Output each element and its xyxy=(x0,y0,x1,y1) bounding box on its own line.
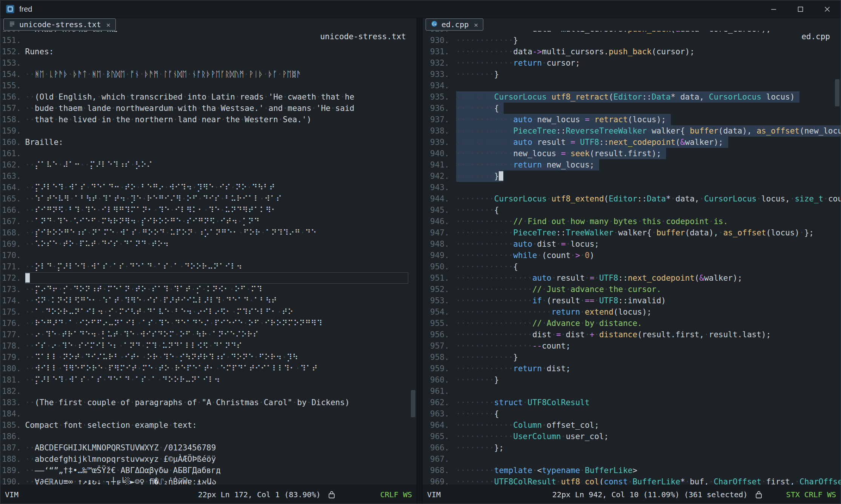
code-line[interactable]: 958.············} xyxy=(423,352,841,363)
code-line[interactable]: 956.················dist·=·dist·+·distan… xyxy=(423,329,841,340)
code-line[interactable]: 168.··⡎⠊⠗⠕⠕⠛⠑⠰⠎·⠝⠁⠍⠑·⠺⠁⠎·⠛⠕⠕⠙·⠥⠏⠕⠝·⠰⡡⠁⠝⠛… xyxy=(0,227,417,238)
code-line[interactable]: 965.············UserColumn·user_col; xyxy=(423,431,841,442)
tab-ed-cpp[interactable]: C+ ed.cpp ✕ xyxy=(426,18,483,31)
code-line[interactable]: 960.········} xyxy=(423,374,841,386)
line-number: 151. xyxy=(0,35,21,46)
code-line[interactable]: 964.············Column·offset_col; xyxy=(423,419,841,431)
code-line[interactable]: 955.················//·Advance·by·distan… xyxy=(423,318,841,329)
code-line[interactable]: 177.··⠔·⠹⠑·⠞⠗⠁⠙⠑⠲·⡃⠥⠞·⠹⠑·⠺⠊⠎⠙⠕⠍·⠕⠋·⠳⠗·⠁⠝… xyxy=(0,329,417,340)
code-line[interactable]: 173.··⡍⠔⠙⠖·⡊·⠙⠕⠝⠰⠞·⠍⠑⠁⠝·⠞⠕·⠎⠁⠹·⠹⠁⠞·⡊·⠅⠝⠪… xyxy=(0,284,417,295)
code-line[interactable]: 949.············while·(count·>·0) xyxy=(423,250,841,261)
code-line[interactable]: 167.··⠁⠝⠙·⠹⠑·⠡⠊⠑⠋·⠍⠳⠗⠝⠻⠲·⡎⠊⠗⠕⠕⠛⠑·⠎⠊⠛⠝⠫·⠊… xyxy=(0,216,417,227)
code-line[interactable]: 963.········{ xyxy=(423,408,841,419)
pane-divider[interactable] xyxy=(417,18,423,504)
scrollbar-thumb[interactable] xyxy=(835,79,839,106)
code-line[interactable]: 945.········{ xyxy=(423,204,841,216)
code-line[interactable]: 967. xyxy=(423,453,841,465)
code-line[interactable]: 190.··∀∂∈ℝ∧∪≡∞·↑↗↨↻⇣·┐┼╔╘░►☺♀·ﬁ�⑀₂ἠḂӥẄɐː… xyxy=(0,476,417,485)
left-editor[interactable]: 150.··እግርህን·በፍራሽህ·ልክ·ዘርጋ።151.152.Runes:1… xyxy=(0,31,417,485)
code-line[interactable]: 162.··⡌⠁⠧⠑·⠼⠁⠒··⡍⠜⠇⠑⠹⠰⠎·⡣⠕⠌ xyxy=(0,159,417,171)
code-line[interactable]: 178.··⠊⠎·⠔·⠹⠑·⠎⠊⠍⠊⠇⠑⠆·⠁⠝⠙·⠍⠹·⠥⠝⠙⠁⠇⠇⠪⠫·⠙⠁… xyxy=(0,340,417,352)
code-line[interactable]: 157.··bude·thaem·lande·northweardum·with… xyxy=(0,103,417,114)
code-line[interactable]: 181.··⡍⠜⠇⠑⠹·⠺⠁⠎·⠁⠎·⠙⠑⠁⠙·⠁⠎·⠁·⠙⠕⠕⠗⠤⠝⠁⠊⠇⠲ xyxy=(0,374,417,386)
code-line[interactable]: 957.················--count; xyxy=(423,340,841,352)
code-line[interactable]: 160.Braille: xyxy=(0,137,417,148)
code-line[interactable]: 183.··(The·first·couple·of·paragraphs·of… xyxy=(0,397,417,408)
line-number: 934. xyxy=(423,80,449,91)
code-line[interactable]: 961. xyxy=(423,386,841,397)
scrollbar-thumb[interactable] xyxy=(411,390,415,417)
code-line[interactable]: 941.············return·new_locus; xyxy=(423,159,841,171)
code-line[interactable]: 172. xyxy=(0,272,417,284)
code-line[interactable]: 153. xyxy=(0,57,417,69)
code-line[interactable]: 155. xyxy=(0,80,417,91)
code-line[interactable]: 934. xyxy=(423,80,841,91)
code-line[interactable]: 933.········} xyxy=(423,69,841,80)
code-line[interactable]: 188.··abcdefghijklmnopqrstuvwxyz·£©µÀÆÖÞ… xyxy=(0,453,417,465)
code-line[interactable]: 175.··⠁·⠙⠕⠕⠗⠤⠝⠁⠊⠇⠲·⡊·⠍⠊⠣⠞·⠙⠁⠧⠑·⠃⠑⠲·⠔⠊⠇⠔⠫… xyxy=(0,306,417,318)
code-line[interactable]: 969.········UTF8ColResult·utf8_col(const… xyxy=(423,476,841,485)
right-editor[interactable]: 929.················data->multi_cursors.… xyxy=(423,31,841,485)
code-line[interactable]: 936.········{ xyxy=(423,103,841,114)
code-line[interactable]: 170. xyxy=(0,250,417,261)
code-line[interactable]: 962.········struct·UTF8ColResult xyxy=(423,397,841,408)
code-line[interactable]: 152.Runes: xyxy=(0,46,417,57)
code-line[interactable]: 182. xyxy=(0,386,417,397)
code-line[interactable]: 150.··እግርህን·በፍራሽህ·ልክ·ዘርጋ። xyxy=(0,31,417,35)
code-line[interactable]: 165.··⠱⠁⠞⠑⠧⠻·⠁⠃⠳⠞·⠹⠁⠞⠲·⡹⠑·⠗⠑⠛⠊⠌⠻·⠕⠋·⠙⠊⠎·… xyxy=(0,193,417,204)
minimize-button[interactable] xyxy=(769,4,779,14)
code-line[interactable]: 935.········CursorLocus·utf8_retract(Edi… xyxy=(423,91,841,103)
code-line[interactable]: 943. xyxy=(423,182,841,193)
close-button[interactable] xyxy=(822,4,832,14)
tab-close-icon[interactable]: ✕ xyxy=(106,21,111,29)
code-line[interactable]: 950.············{ xyxy=(423,261,841,272)
code-line[interactable]: 156.··(Old·English,·which·transcribed·in… xyxy=(0,91,417,103)
code-line[interactable]: 953.················if·(result·==·UTF8::… xyxy=(423,295,841,306)
code-line[interactable]: 932.············return·cursor; xyxy=(423,57,841,69)
line-number: 936. xyxy=(423,103,449,114)
code-line[interactable]: 184. xyxy=(0,408,417,419)
code-line[interactable]: 968.········template·<typename·BufferLik… xyxy=(423,465,841,476)
code-line[interactable]: 939.············auto·result·=·UTF8::next… xyxy=(423,137,841,148)
code-line[interactable]: 159. xyxy=(0,125,417,137)
code-line[interactable]: 947.············PieceTree::TreeWalker·wa… xyxy=(423,227,841,238)
code-line[interactable]: 189.··–—‘“”„†‡•…‰™œŠŸž€·ΑΒΓΔΩαβγδω·АБВГД… xyxy=(0,465,417,476)
code-line[interactable]: 186. xyxy=(0,431,417,442)
maximize-button[interactable] xyxy=(795,4,806,14)
code-line[interactable]: 966.········}; xyxy=(423,442,841,453)
code-line[interactable]: 929.················data->multi_cursors.… xyxy=(423,31,841,35)
code-line[interactable]: 942.········} xyxy=(423,171,841,182)
code-line[interactable]: 161. xyxy=(0,148,417,159)
code-line[interactable]: 959.············return·dist; xyxy=(423,363,841,374)
code-line[interactable]: 169.··⠡⠕⠎⠑·⠞⠕·⠏⠥⠞·⠙⠊⠎·⠙⠁⠝⠙·⠞⠕⠲ xyxy=(0,238,417,250)
code-line[interactable]: 938.············PieceTree::ReverseTreeWa… xyxy=(423,125,841,137)
code-line[interactable]: 176.··⠗⠑⠛⠜⠙·⠁·⠊⠕⠋⠋⠔⠤⠝⠁⠊⠇·⠁⠎·⠹⠑·⠙⠑⠁⠙⠑⠌·⠏⠊… xyxy=(0,318,417,329)
code-line[interactable]: 163. xyxy=(0,171,417,182)
code-line[interactable]: 944.········CursorLocus·utf8_extend(Edit… xyxy=(423,193,841,204)
code-line[interactable]: 179.··⠩⠁⠇⠇·⠝⠕⠞·⠙⠊⠌⠥⠗⠃·⠊⠞⠂·⠕⠗·⠹⠑·⡊⠳⠝⠞⠗⠹⠰⠎… xyxy=(0,352,417,363)
code-line[interactable]: 931.············data->multi_cursors.push… xyxy=(423,46,841,57)
tab-close-icon[interactable]: ✕ xyxy=(474,21,478,29)
code-line[interactable]: 166.··⠎⠊⠛⠝⠫·⠃⠹·⠹⠑·⠊⠇⠻⠛⠹⠍⠁⠝⠂·⠹⠑·⠊⠇⠻⠅⠂·⠹⠑·… xyxy=(0,204,417,216)
tab-unicode-stress-txt[interactable]: unicode-stress.txt ✕ xyxy=(3,18,116,31)
left-scrollbar[interactable] xyxy=(411,31,415,485)
code-line[interactable]: 174.··⠪⠝·⠅⠝⠪⠇⠫⠛⠑⠂·⠱⠁⠞·⠹⠻⠑·⠊⠎·⠏⠜⠞⠊⠊⠥⠇⠜⠇⠹·… xyxy=(0,295,417,306)
code-line[interactable]: 154.··ᚻᛖ·ᚳᚹᚫᚦ·ᚦᚫᛏ·ᚻᛖ·ᛒᚢᛞᛖ·ᚩᚾ·ᚦᚫᛗ·ᛚᚪᚾᛞᛖ·ᚾ… xyxy=(0,69,417,80)
code-line[interactable]: 187.··ABCDEFGHIJKLMNOPQRSTUVWXYZ·/012345… xyxy=(0,442,417,453)
code-line[interactable]: 158.··that·he·lived·in·the·northern·land… xyxy=(0,114,417,125)
status-flags: CRLF WS xyxy=(380,490,412,499)
code-line[interactable]: 185.Compact·font·selection·example·text: xyxy=(0,419,417,431)
code-line[interactable]: 937.············auto·new_locus·=·retract… xyxy=(423,114,841,125)
code-line[interactable]: 951.················auto·result·=·UTF8::… xyxy=(423,272,841,284)
code-line[interactable]: 180.··⠺⠊⠇⠇·⠹⠻⠑⠋⠕⠗⠑·⠏⠻⠍⠊⠞·⠍⠑·⠞⠕·⠗⠑⠏⠑⠁⠞⠂·⠑… xyxy=(0,363,417,374)
code-line[interactable]: 952.················//·Just·advance·the·… xyxy=(423,284,841,295)
code-line[interactable]: 954.····················return·extend(lo… xyxy=(423,306,841,318)
code-line[interactable]: 946.············//·Find·out·how·many·byt… xyxy=(423,216,841,227)
right-scrollbar[interactable] xyxy=(835,31,839,485)
code-line[interactable]: 940.············new_locus·=·seek(result.… xyxy=(423,148,841,159)
code-line[interactable]: 164.··⡍⠜⠇⠑⠹·⠺⠁⠎·⠙⠑⠁⠙⠒·⠞⠕·⠃⠑⠛⠔·⠺⠊⠹⠲·⡹⠻⠑·⠊… xyxy=(0,182,417,193)
code-line[interactable]: 930.············} xyxy=(423,35,841,46)
code-line[interactable]: 948.············auto·dist·=·locus; xyxy=(423,238,841,250)
code-line[interactable]: 151. xyxy=(0,35,417,46)
code-line[interactable]: 171.··⡕⠇⠙·⡍⠜⠇⠑⠹·⠺⠁⠎·⠁⠎·⠙⠑⠁⠙·⠁⠎·⠁·⠙⠕⠕⠗⠤⠝⠁… xyxy=(0,261,417,272)
